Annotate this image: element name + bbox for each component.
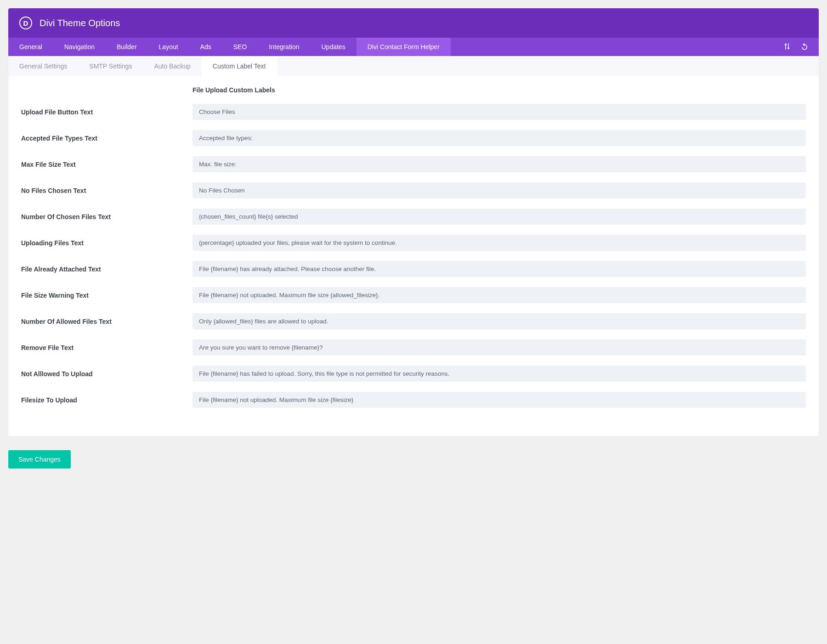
main-nav-item[interactable]: Ads [189, 38, 222, 56]
main-nav-item[interactable]: Integration [258, 38, 310, 56]
main-nav-item[interactable]: General [8, 38, 53, 56]
field-row: File Size Warning Text [21, 287, 806, 303]
sub-nav-item[interactable]: SMTP Settings [78, 56, 143, 76]
main-nav-item[interactable]: Builder [106, 38, 148, 56]
field-input[interactable] [193, 156, 806, 172]
field-row: No Files Chosen Text [21, 182, 806, 198]
sub-nav: General SettingsSMTP SettingsAuto Backup… [8, 56, 819, 76]
field-input[interactable] [193, 287, 806, 303]
field-label: Remove File Text [21, 344, 193, 351]
field-input[interactable] [193, 366, 806, 382]
field-label: Not Alllowed To Upload [21, 370, 193, 378]
content-area: File Upload Custom Labels Upload File Bu… [8, 76, 819, 436]
main-nav-item[interactable]: Layout [148, 38, 189, 56]
field-row: Remove File Text [21, 339, 806, 356]
sub-nav-item[interactable]: Custom Label Text [202, 56, 277, 76]
nav-icons [783, 42, 819, 52]
options-panel: D Divi Theme Options GeneralNavigationBu… [8, 8, 819, 436]
reset-icon[interactable] [800, 42, 809, 52]
field-label: Upload File Button Text [21, 108, 193, 116]
field-row: Uploading Files Text [21, 235, 806, 251]
field-label: Accepted File Types Text [21, 135, 193, 142]
panel-header: D Divi Theme Options [8, 8, 819, 38]
field-label: Uploading Files Text [21, 239, 193, 247]
field-input[interactable] [193, 261, 806, 277]
main-nav-item[interactable]: Divi Contact Form Helper [357, 38, 451, 56]
sub-nav-item[interactable]: General Settings [8, 56, 78, 76]
field-input[interactable] [193, 130, 806, 146]
field-input[interactable] [193, 392, 806, 408]
main-nav-item[interactable]: Updates [310, 38, 356, 56]
field-label: File Size Warning Text [21, 292, 193, 299]
main-nav-item[interactable]: SEO [222, 38, 258, 56]
field-label: Number Of Allowed Files Text [21, 318, 193, 325]
field-row: Filesize To Upload [21, 392, 806, 408]
page-title: Divi Theme Options [40, 18, 120, 28]
main-nav-item[interactable]: Navigation [53, 38, 106, 56]
field-label: Filesize To Upload [21, 396, 193, 404]
field-row: Max File Size Text [21, 156, 806, 172]
field-label: File Already Attached Text [21, 266, 193, 273]
section-title: File Upload Custom Labels [193, 86, 806, 94]
logo-letter: D [23, 19, 28, 27]
sub-nav-item[interactable]: Auto Backup [143, 56, 201, 76]
field-row: Accepted File Types Text [21, 130, 806, 146]
field-input[interactable] [193, 182, 806, 198]
field-row: Number Of Allowed Files Text [21, 313, 806, 329]
field-input[interactable] [193, 104, 806, 120]
field-input[interactable] [193, 235, 806, 251]
divi-logo-icon: D [19, 17, 32, 29]
field-row: Number Of Chosen Files Text [21, 209, 806, 225]
field-row: Not Alllowed To Upload [21, 366, 806, 382]
field-row: Upload File Button Text [21, 104, 806, 120]
field-label: Number Of Chosen Files Text [21, 213, 193, 220]
field-row: File Already Attached Text [21, 261, 806, 277]
field-label: No Files Chosen Text [21, 187, 193, 194]
main-nav: GeneralNavigationBuilderLayoutAdsSEOInte… [8, 38, 819, 56]
field-label: Max File Size Text [21, 161, 193, 168]
sort-icon[interactable] [783, 42, 791, 52]
field-input[interactable] [193, 209, 806, 225]
field-input[interactable] [193, 313, 806, 329]
field-input[interactable] [193, 339, 806, 356]
save-button[interactable]: Save Changes [8, 450, 71, 469]
